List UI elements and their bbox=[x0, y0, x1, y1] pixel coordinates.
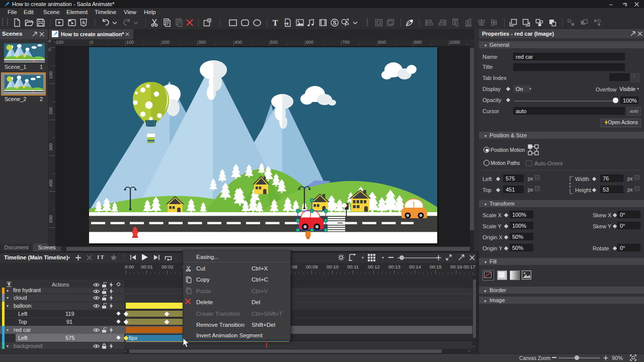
svg-text:S: S bbox=[333, 20, 336, 26]
svg-text:5: 5 bbox=[82, 20, 85, 25]
svg-text:T: T bbox=[273, 19, 278, 27]
